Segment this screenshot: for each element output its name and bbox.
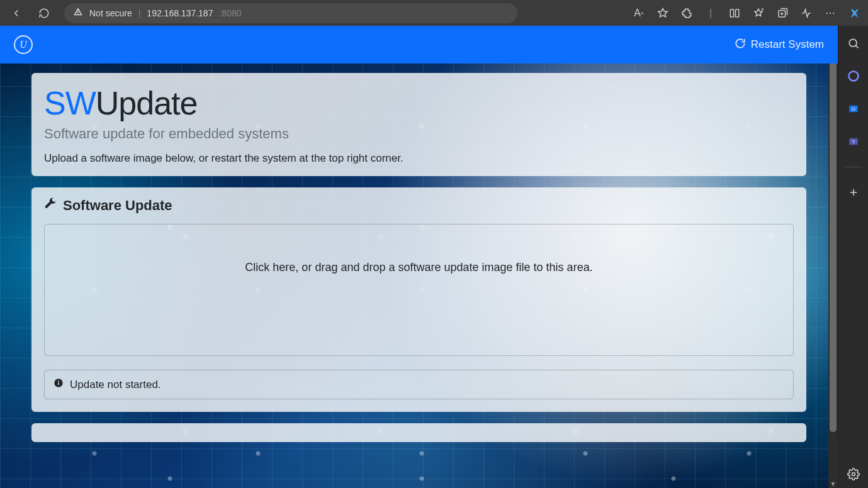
- info-icon: [54, 378, 64, 391]
- svg-point-4: [830, 12, 831, 13]
- svg-text:O: O: [852, 106, 855, 112]
- more-icon[interactable]: [824, 7, 837, 19]
- restart-system-button[interactable]: Restart System: [735, 38, 824, 52]
- wrench-icon: [44, 197, 57, 214]
- refresh-button[interactable]: [33, 2, 55, 25]
- office-icon[interactable]: [846, 69, 861, 84]
- svg-point-15: [852, 473, 855, 476]
- hero-subtitle: Software update for embedded systems: [44, 126, 794, 142]
- restart-system-label: Restart System: [751, 38, 824, 51]
- favorites-icon[interactable]: [752, 7, 765, 19]
- upload-dropzone[interactable]: Click here, or drag and drop a software …: [44, 224, 794, 356]
- browser-sidebar: O T: [838, 26, 868, 488]
- svg-rect-7: [58, 382, 59, 385]
- app-navbar: U Restart System: [0, 26, 838, 64]
- sidebar-divider: [845, 167, 862, 167]
- add-icon[interactable]: [846, 185, 861, 200]
- update-status-text: Update not started.: [70, 379, 161, 391]
- hero-title: SWUpdate: [44, 84, 794, 122]
- search-icon[interactable]: [846, 36, 861, 51]
- url-separator: |: [138, 8, 141, 18]
- svg-point-9: [849, 39, 857, 47]
- svg-point-10: [848, 72, 858, 81]
- split-screen-icon[interactable]: [728, 7, 741, 19]
- back-button[interactable]: [5, 2, 28, 25]
- software-update-heading: Software Update: [44, 197, 794, 214]
- hero-panel: SWUpdate Software update for embedded sy…: [31, 73, 806, 176]
- scroll-down-icon[interactable]: ▼: [828, 479, 838, 488]
- svg-rect-1: [736, 9, 739, 17]
- hero-description: Upload a software image below, or restar…: [44, 152, 794, 165]
- copilot-icon[interactable]: [848, 7, 860, 19]
- svg-point-5: [833, 12, 834, 13]
- address-bar[interactable]: Not secure | 192.168.137.187:8080: [64, 3, 517, 23]
- browser-toolbar: Not secure | 192.168.137.187:8080 A» |: [0, 0, 868, 26]
- svg-rect-0: [730, 9, 733, 17]
- collections-icon[interactable]: [776, 7, 789, 19]
- settings-icon[interactable]: [846, 467, 861, 482]
- messages-panel: [31, 423, 806, 442]
- not-secure-label: Not secure: [89, 8, 132, 18]
- software-update-title: Software Update: [63, 197, 172, 214]
- refresh-icon: [735, 38, 746, 52]
- hero-title-rest: Update: [96, 85, 198, 121]
- favorite-icon[interactable]: [657, 7, 669, 19]
- performance-icon[interactable]: [800, 7, 813, 19]
- dropzone-text: Click here, or drag and drop a software …: [245, 261, 592, 274]
- url-host: 192.168.137.187: [147, 8, 213, 18]
- outlook-icon[interactable]: O: [846, 101, 861, 116]
- teams-icon[interactable]: T: [846, 134, 861, 149]
- divider-icon: |: [704, 7, 717, 19]
- extensions-icon[interactable]: [680, 7, 693, 19]
- svg-point-3: [826, 12, 828, 13]
- browser-actions: A» |: [633, 7, 863, 19]
- not-secure-icon: [73, 7, 83, 19]
- update-status: Update not started.: [44, 370, 794, 399]
- svg-rect-8: [58, 380, 59, 382]
- hero-title-prefix: SW: [44, 85, 96, 121]
- read-aloud-icon[interactable]: A»: [633, 7, 645, 19]
- url-port: :8080: [219, 8, 241, 18]
- brand-logo[interactable]: U: [14, 35, 33, 54]
- svg-text:T: T: [852, 139, 855, 145]
- software-update-panel: Software Update Click here, or drag and …: [31, 187, 806, 412]
